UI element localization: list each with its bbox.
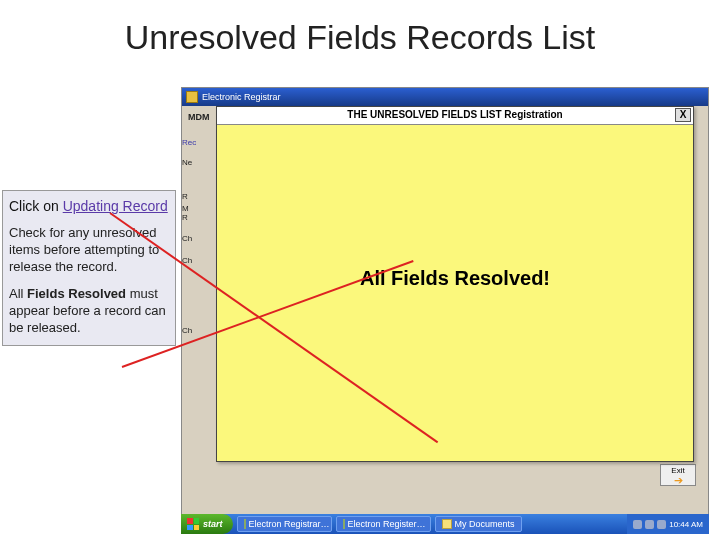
callout-box: Click on Updating Record Check for any u…	[2, 190, 176, 346]
callout-bold: Fields Resolved	[27, 286, 126, 301]
taskbar-item[interactable]: Electron Registrar…	[237, 516, 332, 532]
updating-record-link[interactable]: Updating Record	[63, 198, 168, 214]
popup-title-text: THE UNRESOLVED FIELDS LIST Registration	[347, 109, 562, 120]
slide-title: Unresolved Fields Records List	[0, 18, 720, 57]
tray-icon[interactable]	[633, 520, 642, 529]
start-button[interactable]: start	[181, 514, 233, 534]
popup-close-button[interactable]: X	[675, 108, 691, 122]
callout-line-2: Check for any unresolved items before at…	[9, 225, 169, 276]
taskbar-item[interactable]: Electron Register…	[336, 516, 431, 532]
callout-line-3: All Fields Resolved must appear before a…	[9, 286, 169, 337]
tray-icon[interactable]	[657, 520, 666, 529]
clock: 10:44 AM	[669, 520, 703, 529]
exit-button[interactable]: Exit ➔	[660, 464, 696, 486]
callout-text: Click on	[9, 198, 63, 214]
app-titlebar: Electronic Registrar	[182, 88, 708, 106]
unresolved-popup: THE UNRESOLVED FIELDS LIST Registration …	[216, 106, 694, 462]
popup-titlebar: THE UNRESOLVED FIELDS LIST Registration …	[217, 107, 693, 125]
callout-text: All	[9, 286, 27, 301]
taskbar-item-label: My Documents	[455, 519, 515, 529]
side-label: Ch	[182, 234, 192, 243]
app-body: MDM Rec Ne R M R Ch Ch Ch Exit ➔ THE UNR…	[182, 106, 708, 514]
taskbar-item-label: Electron Registrar…	[249, 519, 330, 529]
exit-arrow-icon: ➔	[674, 475, 683, 485]
side-label: M R	[182, 204, 189, 222]
taskbar-item[interactable]: My Documents	[435, 516, 522, 532]
start-label: start	[203, 519, 223, 529]
slide: Unresolved Fields Records List Click on …	[0, 0, 720, 540]
app-title: Electronic Registrar	[202, 92, 281, 102]
side-label: R	[182, 192, 188, 201]
side-label: Ne	[182, 158, 192, 167]
side-label: Rec	[182, 138, 196, 147]
popup-message: All Fields Resolved!	[217, 267, 693, 290]
side-label: Ch	[182, 326, 192, 335]
taskbar-item-icon	[244, 519, 246, 529]
taskbar-item-label: Electron Register…	[348, 519, 426, 529]
app-screenshot: Electronic Registrar MDM Rec Ne R M R Ch…	[181, 87, 709, 515]
callout-line-1: Click on Updating Record	[9, 197, 169, 215]
taskbar: start Electron Registrar… Electron Regis…	[181, 514, 709, 534]
taskbar-item-icon	[343, 519, 345, 529]
app-icon	[186, 91, 198, 103]
folder-icon	[442, 519, 452, 529]
windows-logo-icon	[187, 518, 199, 530]
tray-icon[interactable]	[645, 520, 654, 529]
system-tray: 10:44 AM	[627, 514, 709, 534]
mdm-label: MDM	[188, 112, 210, 122]
